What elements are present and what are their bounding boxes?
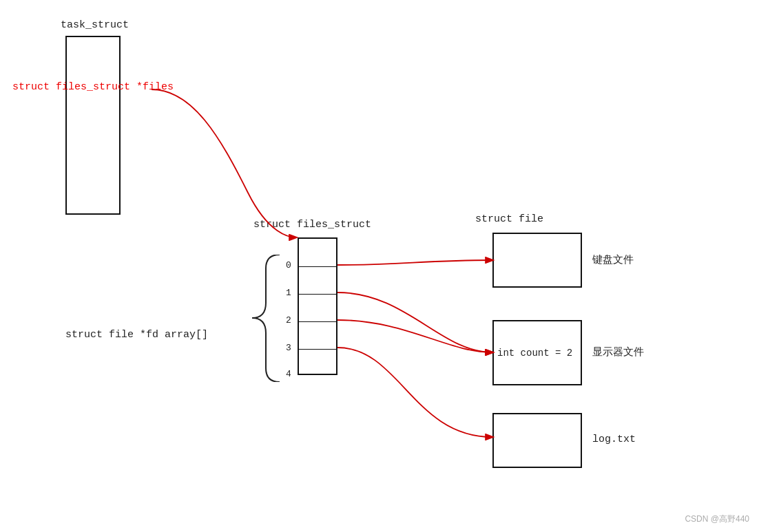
struct-file-label: struct file <box>475 213 543 225</box>
files-struct-box <box>298 237 337 375</box>
watermark: CSDN @高野440 <box>685 513 749 525</box>
keyboard-file-box <box>492 233 582 288</box>
log-file-box <box>492 413 582 468</box>
brace-svg <box>238 255 288 382</box>
fd-array-label: struct file *fd array[] <box>65 329 208 341</box>
files-struct-label: struct files_struct <box>253 219 371 231</box>
log-label: log.txt <box>592 434 636 445</box>
task-struct-label: task_struct <box>61 19 129 31</box>
int-count-label: int count = 2 <box>497 348 572 359</box>
diagram: task_struct struct files_struct *files s… <box>0 0 759 532</box>
keyboard-label: 键盘文件 <box>592 253 634 266</box>
task-struct-box <box>65 36 121 215</box>
display-label: 显示器文件 <box>592 345 644 359</box>
files-struct-ptr-label: struct files_struct *files <box>12 81 174 93</box>
